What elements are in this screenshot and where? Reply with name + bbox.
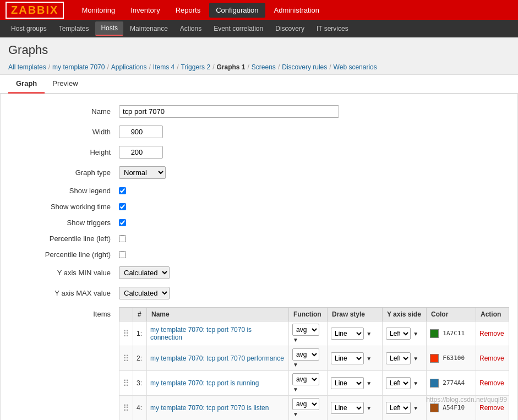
draw-style-select-2[interactable]: LineFilled regionBold lineDotDashed line… — [331, 377, 364, 389]
items-label: Items — [9, 307, 119, 420]
row-draw-style: LineFilled regionBold lineDotDashed line… — [328, 371, 383, 396]
width-input[interactable] — [119, 126, 163, 138]
breadcrumb-discovery-rules[interactable]: Discovery rules — [282, 63, 327, 71]
color-value: 2774A4 — [443, 379, 465, 386]
drag-handle[interactable]: ⠿ — [119, 346, 133, 371]
function-select-1[interactable]: avgminmaxalllast — [292, 348, 319, 361]
percentile-right-row: Percentile line (right) — [9, 250, 509, 259]
yaxis-side-select-3[interactable]: LeftRight — [386, 402, 411, 414]
drag-icon: ⠿ — [123, 403, 129, 413]
row-name: my template 7070: tcp port 7070 is conne… — [147, 321, 289, 346]
height-input[interactable] — [119, 146, 163, 159]
draw-style-select-3[interactable]: LineFilled regionBold lineDotDashed line… — [331, 402, 364, 414]
yaxis-side-select-0[interactable]: LeftRight — [386, 328, 411, 340]
nav-monitoring[interactable]: Monitoring — [75, 3, 122, 18]
page-header: Graphs — [0, 37, 518, 60]
nav-configuration[interactable]: Configuration — [209, 3, 265, 18]
breadcrumb-items[interactable]: Items 4 — [153, 63, 175, 71]
row-draw-style: LineFilled regionBold lineDotDashed line… — [328, 346, 383, 371]
nav-reports[interactable]: Reports — [169, 3, 208, 18]
item-name-link[interactable]: my template 7070: tcp port 7070 is liste… — [150, 404, 269, 412]
show-working-time-checkbox[interactable] — [119, 203, 126, 210]
th-function: Function — [289, 308, 328, 321]
nav-administration[interactable]: Administration — [268, 3, 326, 18]
row-function: avgminmaxalllast ▼ — [289, 346, 328, 371]
table-row: ⠿ 1: my template 7070: tcp port 7070 is … — [119, 321, 509, 346]
subnav-event-correlation[interactable]: Event correlation — [208, 22, 269, 35]
name-label: Name — [9, 107, 119, 116]
subnav-templates[interactable]: Templates — [53, 22, 95, 35]
logo-text: ZABBIX — [11, 4, 58, 16]
subnav-maintenance[interactable]: Maintenance — [124, 22, 173, 35]
remove-link-3[interactable]: Remove — [479, 404, 504, 412]
function-dropdown-icon: ▼ — [293, 337, 298, 343]
drag-handle[interactable]: ⠿ — [119, 321, 133, 346]
remove-link-0[interactable]: Remove — [479, 330, 504, 337]
percentile-right-label: Percentile line (right) — [9, 250, 119, 259]
breadcrumb-web-scenarios[interactable]: Web scenarios — [334, 63, 377, 71]
item-name-link[interactable]: my template 7070: tcp port 7070 performa… — [150, 354, 284, 362]
item-name-link[interactable]: my template 7070: tcp port is running — [150, 379, 259, 387]
yaxis-max-select[interactable]: Calculated Fixed Item — [119, 287, 170, 299]
page-title: Graphs — [8, 43, 510, 57]
drag-handle[interactable]: ⠿ — [119, 371, 133, 396]
name-row: Name — [9, 105, 509, 118]
draw-style-select-0[interactable]: LineFilled regionBold lineDotDashed line… — [331, 328, 364, 340]
tab-preview[interactable]: Preview — [45, 75, 85, 94]
function-select-0[interactable]: avgminmaxalllast — [292, 324, 319, 336]
row-num: 1: — [133, 321, 147, 346]
draw-style-select-1[interactable]: LineFilled regionBold lineDotDashed line… — [331, 352, 364, 364]
tabs: Graph Preview — [0, 75, 518, 94]
width-label: Width — [9, 128, 119, 136]
subnav-discovery[interactable]: Discovery — [270, 22, 310, 35]
yaxis-max-row: Y axis MAX value Calculated Fixed Item — [9, 287, 509, 299]
remove-link-1[interactable]: Remove — [479, 354, 504, 362]
yaxis-side-select-1[interactable]: LeftRight — [386, 352, 411, 364]
yaxis-min-select[interactable]: Calculated Fixed Item — [119, 266, 170, 279]
th-num: # — [133, 308, 147, 321]
breadcrumb-sep-5: / — [212, 63, 214, 71]
drag-handle[interactable]: ⠿ — [119, 396, 133, 421]
yaxis-dropdown-icon: ▼ — [413, 405, 418, 411]
function-select-2[interactable]: avgminmaxalllast — [292, 373, 319, 385]
breadcrumb-sep-2: / — [107, 63, 108, 71]
logo[interactable]: ZABBIX — [6, 2, 64, 19]
breadcrumb-screens[interactable]: Screens — [252, 63, 276, 71]
breadcrumb: All templates / my template 7070 / Appli… — [0, 60, 518, 75]
graph-type-select[interactable]: Normal Stacked Pie Exploded — [119, 166, 166, 179]
subnav-hostgroups[interactable]: Host groups — [6, 22, 52, 35]
subnav-actions[interactable]: Actions — [175, 22, 207, 35]
breadcrumb-applications[interactable]: Applications — [111, 63, 147, 71]
color-value: 1A7C11 — [443, 330, 465, 337]
color-swatch[interactable] — [430, 354, 439, 363]
subnav-hosts[interactable]: Hosts — [95, 21, 123, 36]
color-swatch[interactable] — [430, 403, 439, 412]
th-action: Action — [476, 308, 509, 321]
remove-link-2[interactable]: Remove — [479, 379, 504, 387]
breadcrumb-graphs[interactable]: Graphs 1 — [216, 63, 245, 71]
row-num: 4: — [133, 396, 147, 421]
top-bar: ZABBIX Monitoring Inventory Reports Conf… — [0, 0, 518, 20]
subnav-it-services[interactable]: IT services — [311, 22, 354, 35]
yaxis-side-select-2[interactable]: LeftRight — [386, 377, 411, 389]
breadcrumb-triggers[interactable]: Triggers 2 — [181, 63, 211, 71]
nav-inventory[interactable]: Inventory — [124, 3, 166, 18]
name-input[interactable] — [119, 105, 339, 118]
yaxis-dropdown-icon: ▼ — [413, 380, 418, 386]
percentile-left-checkbox[interactable] — [119, 235, 126, 242]
show-triggers-checkbox[interactable] — [119, 219, 126, 226]
item-name-link[interactable]: my template 7070: tcp port 7070 is conne… — [150, 326, 252, 341]
drawstyle-dropdown-icon: ▼ — [366, 405, 372, 411]
row-action: Remove — [476, 321, 509, 346]
color-swatch[interactable] — [430, 329, 439, 338]
th-color: Color — [427, 308, 476, 321]
color-swatch[interactable] — [430, 379, 439, 388]
breadcrumb-template[interactable]: my template 7070 — [52, 63, 105, 71]
show-legend-checkbox[interactable] — [119, 187, 126, 194]
function-select-3[interactable]: avgminmaxalllast — [292, 398, 319, 410]
row-function: avgminmaxalllast ▼ — [289, 396, 328, 421]
breadcrumb-all-templates[interactable]: All templates — [8, 63, 46, 71]
show-triggers-label: Show triggers — [9, 219, 119, 227]
tab-graph[interactable]: Graph — [8, 75, 45, 94]
percentile-right-checkbox[interactable] — [119, 251, 126, 258]
